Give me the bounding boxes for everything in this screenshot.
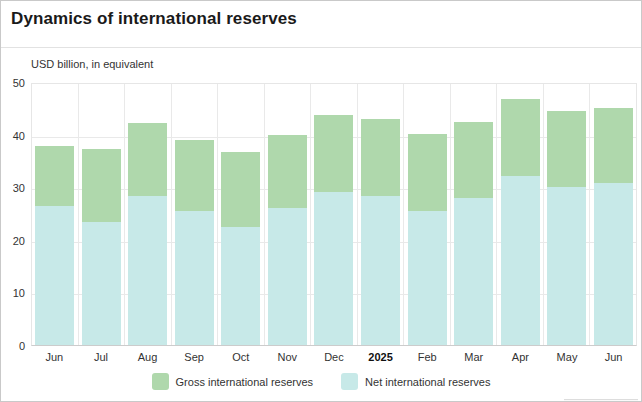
x-tick-label-nov: Nov — [264, 351, 311, 363]
bar-column-may[interactable] — [544, 84, 591, 345]
reserves-dashboard: { "header": { "title": "Dynamics of inte… — [0, 0, 642, 402]
y-tick-label: 50 — [1, 77, 25, 89]
legend-label-net: Net international reserves — [365, 376, 490, 388]
net-reserves-bar[interactable] — [408, 211, 447, 345]
net-reserves-bar[interactable] — [82, 222, 121, 345]
gross-reserves-bar[interactable] — [501, 99, 540, 345]
bar-column-2025[interactable] — [358, 84, 405, 345]
x-tick-label-sep: Sep — [171, 351, 218, 363]
bar-column-apr[interactable] — [497, 84, 544, 345]
bar-column-sep[interactable] — [172, 84, 219, 345]
net-reserves-bar[interactable] — [35, 206, 74, 345]
x-axis: JunJulAugSepOctNovDec2025FebMarAprMayJun — [31, 351, 637, 363]
bar-column-jun[interactable] — [32, 84, 79, 345]
y-tick-label: 40 — [1, 130, 25, 142]
gross-reserves-bar[interactable] — [268, 135, 307, 345]
x-tick-label-mar: Mar — [450, 351, 497, 363]
gross-reserves-bar[interactable] — [35, 146, 74, 345]
x-tick-label-aug: Aug — [124, 351, 171, 363]
bar-column-mar[interactable] — [451, 84, 498, 345]
y-tick-label: 10 — [1, 287, 25, 299]
bar-column-aug[interactable] — [125, 84, 172, 345]
y-tick-label: 0 — [1, 340, 25, 352]
gross-series-swatch — [152, 373, 169, 390]
legend-label-gross: Gross international reserves — [176, 376, 314, 388]
net-reserves-bar[interactable] — [501, 176, 540, 345]
chart-subtitle: USD billion, in equivalent — [31, 58, 153, 70]
net-reserves-bar[interactable] — [361, 196, 400, 345]
net-reserves-bar[interactable] — [547, 187, 586, 345]
y-tick-label: 20 — [1, 235, 25, 247]
y-tick-label: 30 — [1, 182, 25, 194]
x-tick-label-feb: Feb — [404, 351, 451, 363]
header-divider — [1, 47, 641, 48]
chart-legend: Gross international reserves Net interna… — [1, 373, 641, 390]
gross-reserves-bar[interactable] — [408, 134, 447, 345]
chart-plot-area — [31, 83, 637, 346]
gross-reserves-bar[interactable] — [221, 152, 260, 345]
net-series-swatch — [341, 373, 358, 390]
x-tick-label-apr: Apr — [497, 351, 544, 363]
x-tick-label-2025: 2025 — [357, 351, 404, 363]
legend-item-gross[interactable]: Gross international reserves — [152, 373, 314, 390]
net-reserves-bar[interactable] — [221, 227, 260, 345]
bar-column-dec[interactable] — [311, 84, 358, 345]
gross-reserves-bar[interactable] — [82, 149, 121, 345]
gross-reserves-bar[interactable] — [314, 115, 353, 345]
gross-reserves-bar[interactable] — [361, 119, 400, 345]
page-title: Dynamics of international reserves — [11, 9, 297, 29]
x-tick-label-jun: Jun — [31, 351, 78, 363]
x-tick-label-jul: Jul — [78, 351, 125, 363]
net-reserves-bar[interactable] — [314, 192, 353, 345]
x-tick-label-dec: Dec — [311, 351, 358, 363]
x-tick-label-jun: Jun — [590, 351, 637, 363]
net-reserves-bar[interactable] — [175, 211, 214, 345]
gross-reserves-bar[interactable] — [594, 108, 633, 345]
bar-column-jul[interactable] — [79, 84, 126, 345]
net-reserves-bar[interactable] — [454, 198, 493, 345]
net-reserves-bar[interactable] — [268, 208, 307, 345]
gross-reserves-bar[interactable] — [175, 140, 214, 345]
x-tick-label-oct: Oct — [217, 351, 264, 363]
bar-column-oct[interactable] — [218, 84, 265, 345]
bar-column-feb[interactable] — [404, 84, 451, 345]
gross-reserves-bar[interactable] — [454, 122, 493, 345]
bar-column-jun[interactable] — [590, 84, 636, 345]
gross-reserves-bar[interactable] — [547, 111, 586, 345]
x-tick-label-may: May — [544, 351, 591, 363]
gross-reserves-bar[interactable] — [128, 123, 167, 345]
net-reserves-bar[interactable] — [594, 183, 633, 345]
net-reserves-bar[interactable] — [128, 196, 167, 345]
bar-column-nov[interactable] — [265, 84, 312, 345]
legend-item-net[interactable]: Net international reserves — [341, 373, 490, 390]
